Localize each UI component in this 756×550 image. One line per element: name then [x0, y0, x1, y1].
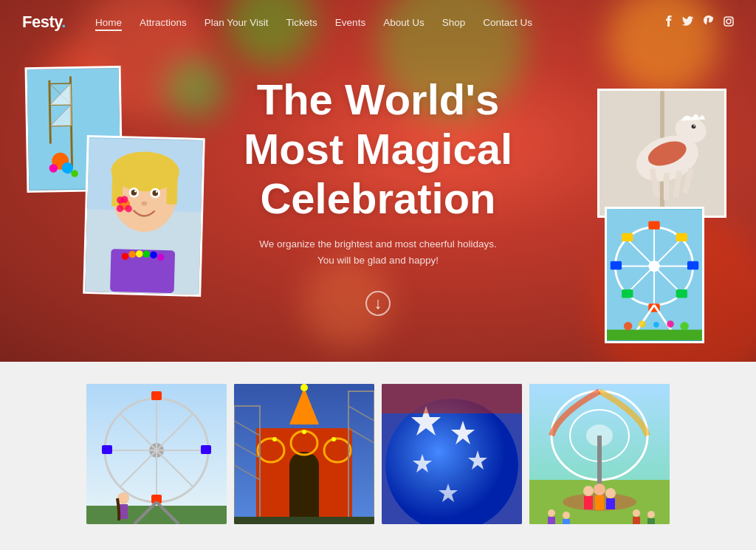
svg-point-131 [583, 486, 594, 496]
gallery-card-outdoor-inner [529, 384, 670, 524]
twitter-link[interactable] [682, 16, 693, 28]
svg-rect-114 [234, 517, 374, 524]
svg-point-2 [731, 18, 732, 19]
nav-link-home[interactable]: Home [95, 17, 122, 31]
facebook-link[interactable] [666, 16, 672, 29]
svg-point-112 [331, 437, 336, 441]
svg-rect-90 [86, 506, 227, 524]
nav-item-events[interactable]: Events [335, 16, 365, 29]
gallery-card-ball[interactable] [382, 384, 522, 524]
nav-link-plan[interactable]: Plan Your Visit [205, 17, 269, 28]
pinterest-icon [704, 17, 713, 29]
gallery-card-ferris-inner [86, 384, 227, 524]
svg-rect-88 [201, 445, 211, 454]
nav-link-tickets[interactable]: Tickets [286, 17, 317, 28]
social-links [666, 16, 734, 29]
svg-rect-144 [647, 518, 655, 524]
gallery-card-outdoor[interactable] [529, 384, 670, 524]
hero-title-line2: Most Magical [244, 125, 512, 173]
logo[interactable]: Festy. [22, 13, 66, 32]
nav-link-events[interactable]: Events [335, 17, 365, 28]
hero-title-line1: The World's [257, 75, 500, 123]
gallery-card-building-inner [234, 384, 374, 524]
facebook-icon [666, 17, 672, 29]
hero-subtitle-line2: You will be glad and happy! [317, 255, 439, 266]
gallery-section [0, 362, 756, 524]
svg-rect-0 [724, 17, 733, 26]
svg-rect-123 [382, 384, 522, 413]
svg-point-138 [563, 512, 570, 519]
nav-item-shop[interactable]: Shop [442, 16, 466, 29]
gallery-card-ball-inner [382, 384, 522, 524]
pinterest-link[interactable] [704, 16, 713, 29]
svg-point-135 [594, 484, 605, 495]
nav-item-tickets[interactable]: Tickets [286, 16, 317, 29]
svg-point-111 [272, 437, 277, 441]
nav-link-attractions[interactable]: Attractions [140, 17, 187, 28]
nav-links: Home Attractions Plan Your Visit Tickets… [95, 16, 666, 29]
arrow-icon: ↓ [374, 294, 382, 313]
svg-rect-141 [548, 517, 555, 524]
hero-section: The World's Most Magical Celebration We … [0, 0, 756, 362]
hero-title: The World's Most Magical Celebration [244, 75, 512, 223]
nav-link-about[interactable]: About Us [383, 17, 425, 28]
instagram-icon [724, 17, 734, 29]
svg-rect-86 [151, 391, 162, 400]
svg-rect-142 [563, 519, 570, 524]
nav-link-contact[interactable]: Contact Us [483, 17, 532, 28]
gallery-card-ferris[interactable] [86, 384, 227, 524]
nav-link-shop[interactable]: Shop [442, 17, 466, 28]
svg-rect-132 [584, 496, 593, 509]
hero-title-line3: Celebration [260, 174, 495, 222]
gallery-card-building[interactable] [234, 384, 374, 524]
twitter-icon [682, 16, 693, 28]
hero-content: The World's Most Magical Celebration We … [0, 0, 756, 362]
svg-point-133 [605, 488, 616, 498]
svg-point-110 [300, 384, 308, 391]
svg-point-140 [647, 511, 655, 518]
svg-rect-143 [633, 517, 640, 524]
svg-rect-89 [102, 445, 112, 454]
nav-item-home[interactable]: Home [95, 16, 122, 29]
instagram-link[interactable] [724, 16, 734, 29]
nav-item-attractions[interactable]: Attractions [140, 16, 187, 29]
scroll-down-button[interactable]: ↓ [365, 291, 391, 316]
svg-point-113 [302, 430, 306, 434]
svg-rect-134 [606, 498, 615, 509]
hero-subtitle: We organize the brightest and most cheer… [259, 236, 497, 268]
logo-dot: . [61, 13, 66, 31]
nav-item-plan[interactable]: Plan Your Visit [205, 16, 269, 29]
nav-item-contact[interactable]: Contact Us [483, 16, 532, 29]
hero-subtitle-line1: We organize the brightest and most cheer… [259, 238, 497, 250]
navbar: Festy. Home Attractions Plan Your Visit … [0, 0, 756, 44]
svg-point-1 [726, 19, 731, 24]
logo-text: Festy [22, 13, 61, 31]
svg-rect-136 [595, 495, 604, 510]
svg-point-139 [633, 509, 640, 517]
nav-item-about[interactable]: About Us [383, 16, 425, 29]
svg-point-137 [548, 509, 555, 517]
